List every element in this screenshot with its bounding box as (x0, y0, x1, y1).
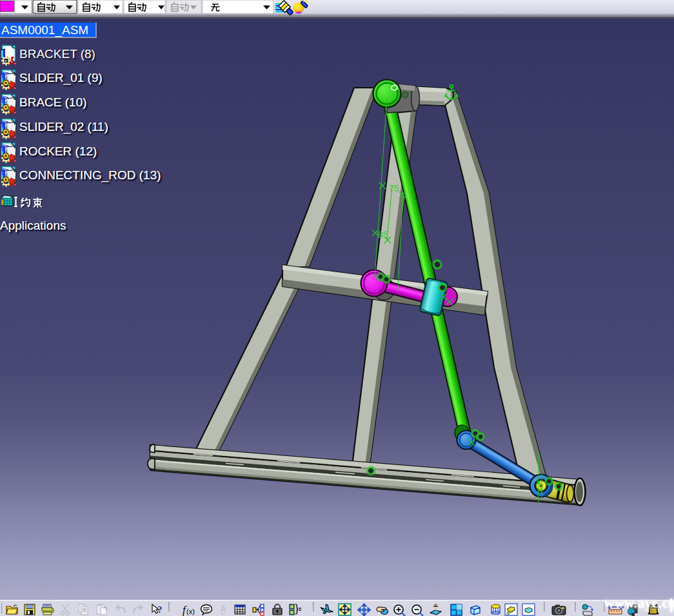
svg-text:(x): (x) (186, 608, 195, 615)
svg-text:85: 85 (378, 230, 388, 240)
svg-text:?: ? (157, 604, 163, 615)
svg-text:75: 75 (389, 183, 399, 194)
